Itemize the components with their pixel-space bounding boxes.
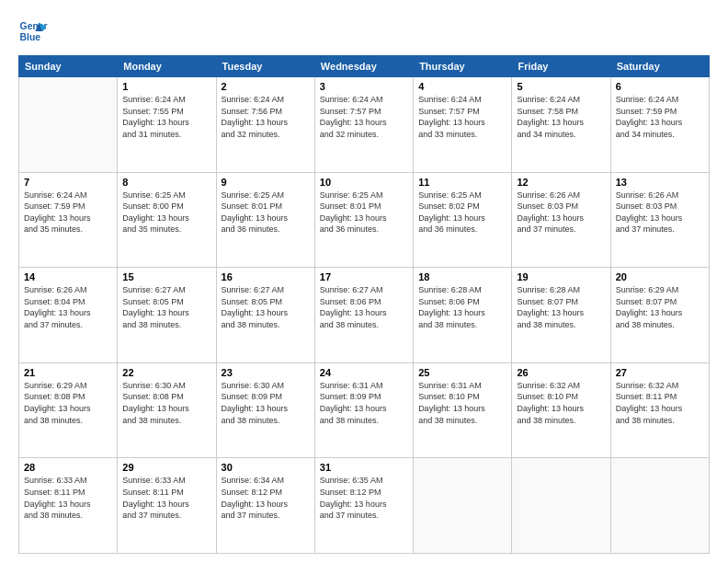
calendar-cell: 29Sunrise: 6:33 AM Sunset: 8:11 PM Dayli… xyxy=(118,458,216,554)
calendar-cell: 7Sunrise: 6:24 AM Sunset: 7:59 PM Daylig… xyxy=(19,172,118,268)
day-info: Sunrise: 6:35 AM Sunset: 8:12 PM Dayligh… xyxy=(320,475,408,521)
day-number: 14 xyxy=(24,271,112,282)
day-number: 23 xyxy=(222,367,310,378)
day-info: Sunrise: 6:33 AM Sunset: 8:11 PM Dayligh… xyxy=(122,475,210,521)
weekday-header-sunday: Sunday xyxy=(19,56,118,77)
logo-icon: General Blue xyxy=(18,17,48,46)
day-info: Sunrise: 6:24 AM Sunset: 7:56 PM Dayligh… xyxy=(222,94,310,140)
day-number: 1 xyxy=(122,81,210,92)
day-info: Sunrise: 6:26 AM Sunset: 8:03 PM Dayligh… xyxy=(616,190,704,236)
day-number: 15 xyxy=(122,271,210,282)
day-number: 30 xyxy=(222,462,310,473)
day-number: 17 xyxy=(320,271,408,282)
day-info: Sunrise: 6:31 AM Sunset: 8:09 PM Dayligh… xyxy=(320,380,408,426)
day-info: Sunrise: 6:25 AM Sunset: 8:02 PM Dayligh… xyxy=(418,190,506,236)
calendar-week-5: 28Sunrise: 6:33 AM Sunset: 8:11 PM Dayli… xyxy=(19,458,710,554)
day-info: Sunrise: 6:24 AM Sunset: 7:55 PM Dayligh… xyxy=(122,94,210,140)
calendar-cell: 11Sunrise: 6:25 AM Sunset: 8:02 PM Dayli… xyxy=(414,172,512,268)
day-info: Sunrise: 6:26 AM Sunset: 8:03 PM Dayligh… xyxy=(517,190,605,236)
calendar-cell: 2Sunrise: 6:24 AM Sunset: 7:56 PM Daylig… xyxy=(216,77,314,173)
weekday-header-saturday: Saturday xyxy=(610,56,709,77)
day-info: Sunrise: 6:26 AM Sunset: 8:04 PM Dayligh… xyxy=(24,284,112,330)
day-info: Sunrise: 6:29 AM Sunset: 8:08 PM Dayligh… xyxy=(24,380,112,426)
day-number: 12 xyxy=(517,177,605,188)
day-number: 3 xyxy=(320,81,408,92)
calendar-cell: 23Sunrise: 6:30 AM Sunset: 8:09 PM Dayli… xyxy=(216,362,314,458)
day-info: Sunrise: 6:29 AM Sunset: 8:07 PM Dayligh… xyxy=(616,284,704,330)
day-number: 21 xyxy=(24,367,112,378)
weekday-header-wednesday: Wednesday xyxy=(314,56,413,77)
day-number: 28 xyxy=(24,462,112,473)
calendar-cell: 3Sunrise: 6:24 AM Sunset: 7:57 PM Daylig… xyxy=(314,77,413,173)
day-number: 16 xyxy=(222,271,310,282)
day-info: Sunrise: 6:31 AM Sunset: 8:10 PM Dayligh… xyxy=(418,380,506,426)
day-number: 31 xyxy=(320,462,408,473)
calendar-cell: 4Sunrise: 6:24 AM Sunset: 7:57 PM Daylig… xyxy=(414,77,512,173)
calendar-cell xyxy=(414,458,512,554)
calendar-cell: 18Sunrise: 6:28 AM Sunset: 8:06 PM Dayli… xyxy=(414,268,512,363)
day-info: Sunrise: 6:28 AM Sunset: 8:06 PM Dayligh… xyxy=(418,284,506,330)
day-info: Sunrise: 6:33 AM Sunset: 8:11 PM Dayligh… xyxy=(24,475,112,521)
calendar-cell: 1Sunrise: 6:24 AM Sunset: 7:55 PM Daylig… xyxy=(118,77,216,173)
day-info: Sunrise: 6:24 AM Sunset: 7:57 PM Dayligh… xyxy=(418,94,506,140)
calendar-cell: 5Sunrise: 6:24 AM Sunset: 7:58 PM Daylig… xyxy=(512,77,610,173)
day-number: 24 xyxy=(320,367,408,378)
day-number: 26 xyxy=(517,367,605,378)
day-number: 8 xyxy=(122,177,210,188)
weekday-header-monday: Monday xyxy=(118,56,216,77)
calendar-week-3: 14Sunrise: 6:26 AM Sunset: 8:04 PM Dayli… xyxy=(19,268,710,363)
weekday-header-row: SundayMondayTuesdayWednesdayThursdayFrid… xyxy=(19,56,710,77)
day-info: Sunrise: 6:32 AM Sunset: 8:11 PM Dayligh… xyxy=(616,380,704,426)
day-number: 29 xyxy=(122,462,210,473)
logo: General Blue xyxy=(18,17,48,46)
calendar-cell: 6Sunrise: 6:24 AM Sunset: 7:59 PM Daylig… xyxy=(610,77,709,173)
day-number: 27 xyxy=(616,367,704,378)
header: General Blue xyxy=(18,17,710,46)
day-number: 7 xyxy=(24,177,112,188)
day-info: Sunrise: 6:34 AM Sunset: 8:12 PM Dayligh… xyxy=(222,475,310,521)
weekday-header-tuesday: Tuesday xyxy=(216,56,314,77)
day-number: 19 xyxy=(517,271,605,282)
day-number: 5 xyxy=(517,81,605,92)
day-number: 4 xyxy=(418,81,506,92)
calendar-cell xyxy=(19,77,118,173)
day-info: Sunrise: 6:27 AM Sunset: 8:06 PM Dayligh… xyxy=(320,284,408,330)
calendar-cell: 13Sunrise: 6:26 AM Sunset: 8:03 PM Dayli… xyxy=(610,172,709,268)
calendar-week-4: 21Sunrise: 6:29 AM Sunset: 8:08 PM Dayli… xyxy=(19,362,710,458)
svg-text:Blue: Blue xyxy=(20,32,41,42)
day-info: Sunrise: 6:25 AM Sunset: 8:00 PM Dayligh… xyxy=(122,190,210,236)
day-number: 20 xyxy=(616,271,704,282)
day-number: 2 xyxy=(222,81,310,92)
calendar-cell xyxy=(512,458,610,554)
calendar-cell: 28Sunrise: 6:33 AM Sunset: 8:11 PM Dayli… xyxy=(19,458,118,554)
calendar-week-1: 1Sunrise: 6:24 AM Sunset: 7:55 PM Daylig… xyxy=(19,77,710,173)
calendar-cell: 21Sunrise: 6:29 AM Sunset: 8:08 PM Dayli… xyxy=(19,362,118,458)
calendar-cell: 25Sunrise: 6:31 AM Sunset: 8:10 PM Dayli… xyxy=(414,362,512,458)
day-number: 9 xyxy=(222,177,310,188)
day-info: Sunrise: 6:24 AM Sunset: 7:57 PM Dayligh… xyxy=(320,94,408,140)
weekday-header-thursday: Thursday xyxy=(414,56,512,77)
day-info: Sunrise: 6:24 AM Sunset: 7:58 PM Dayligh… xyxy=(517,94,605,140)
calendar-cell: 15Sunrise: 6:27 AM Sunset: 8:05 PM Dayli… xyxy=(118,268,216,363)
day-info: Sunrise: 6:25 AM Sunset: 8:01 PM Dayligh… xyxy=(222,190,310,236)
day-number: 6 xyxy=(616,81,704,92)
calendar-cell: 26Sunrise: 6:32 AM Sunset: 8:10 PM Dayli… xyxy=(512,362,610,458)
day-info: Sunrise: 6:25 AM Sunset: 8:01 PM Dayligh… xyxy=(320,190,408,236)
calendar-cell: 10Sunrise: 6:25 AM Sunset: 8:01 PM Dayli… xyxy=(314,172,413,268)
day-info: Sunrise: 6:27 AM Sunset: 8:05 PM Dayligh… xyxy=(222,284,310,330)
calendar-cell: 27Sunrise: 6:32 AM Sunset: 8:11 PM Dayli… xyxy=(610,362,709,458)
calendar-cell: 30Sunrise: 6:34 AM Sunset: 8:12 PM Dayli… xyxy=(216,458,314,554)
calendar-cell: 9Sunrise: 6:25 AM Sunset: 8:01 PM Daylig… xyxy=(216,172,314,268)
day-info: Sunrise: 6:24 AM Sunset: 7:59 PM Dayligh… xyxy=(24,190,112,236)
day-info: Sunrise: 6:30 AM Sunset: 8:08 PM Dayligh… xyxy=(122,380,210,426)
day-number: 22 xyxy=(122,367,210,378)
calendar-cell: 14Sunrise: 6:26 AM Sunset: 8:04 PM Dayli… xyxy=(19,268,118,363)
calendar-cell: 31Sunrise: 6:35 AM Sunset: 8:12 PM Dayli… xyxy=(314,458,413,554)
day-info: Sunrise: 6:24 AM Sunset: 7:59 PM Dayligh… xyxy=(616,94,704,140)
calendar-cell: 19Sunrise: 6:28 AM Sunset: 8:07 PM Dayli… xyxy=(512,268,610,363)
weekday-header-friday: Friday xyxy=(512,56,610,77)
calendar-week-2: 7Sunrise: 6:24 AM Sunset: 7:59 PM Daylig… xyxy=(19,172,710,268)
day-number: 25 xyxy=(418,367,506,378)
calendar-cell xyxy=(610,458,709,554)
calendar-table: SundayMondayTuesdayWednesdayThursdayFrid… xyxy=(18,55,710,554)
